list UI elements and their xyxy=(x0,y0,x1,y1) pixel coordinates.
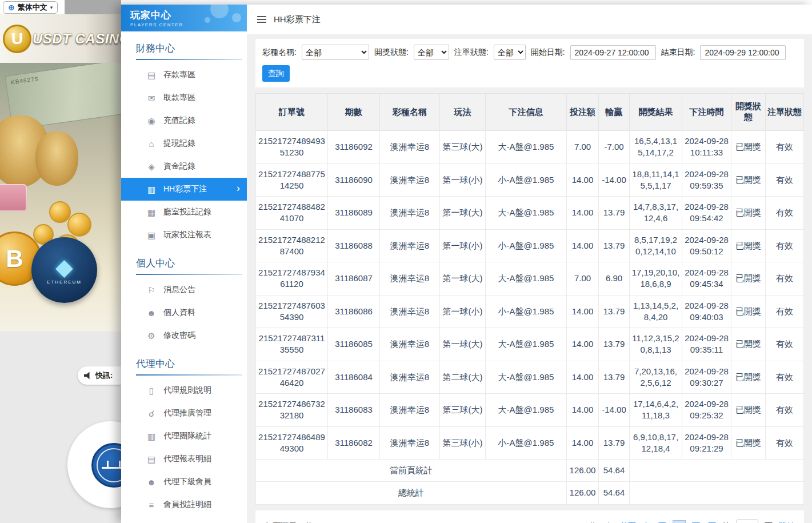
profile-icon: ☻ xyxy=(146,309,157,317)
table-row: 215217274884824107031186089澳洲幸运8第一球(大)大-… xyxy=(256,197,804,230)
sidebar-item[interactable]: ◈資金記錄 xyxy=(121,155,247,178)
cell-period: 31186082 xyxy=(328,426,380,460)
sidebar-item[interactable]: ▤存款專區 xyxy=(121,63,247,86)
cell-draw_status: 已開獎 xyxy=(731,295,766,328)
cell-draw_result: 18,8,11,14,15,5,1,17 xyxy=(630,163,682,197)
column-header-draw_result: 開獎結果 xyxy=(630,94,682,131)
sidebar-item[interactable]: ▣玩家投注報表 xyxy=(121,223,247,246)
cell-order_status: 有效 xyxy=(766,328,804,361)
cell-bet_info: 小-A盤@1.985 xyxy=(486,163,567,197)
cell-bet_amount: 14.00 xyxy=(567,394,599,427)
recharge-record-icon: ◉ xyxy=(146,117,157,125)
cell-play_type: 第二球(大) xyxy=(440,361,486,394)
cell-draw_result: 16,5,4,13,15,14,17,2 xyxy=(630,131,682,164)
cell-win_loss: 13.79 xyxy=(599,328,630,361)
sidebar-item[interactable]: ▥代理團隊統計 xyxy=(121,425,247,448)
jump-prefix-label: 第 xyxy=(722,521,730,523)
sidebar-item-label: 代理報表明細 xyxy=(163,454,211,464)
sidebar-item[interactable]: ▤會員交易明細 xyxy=(121,516,247,523)
end-date-input[interactable] xyxy=(700,45,786,60)
sidebar-section-title: 個人中心 xyxy=(136,257,242,275)
start-date-input[interactable] xyxy=(570,45,656,60)
table-row: 215217274867323218031186083澳洲幸运8第三球(大)大-… xyxy=(256,394,804,427)
cell-bet_info: 小-A盤@1.985 xyxy=(486,426,567,460)
cell-bet_info: 大-A盤@1.985 xyxy=(486,361,567,394)
bet-table-head-row: 訂單號期數彩種名稱玩法下注信息投注額輸贏開獎結果下注時間開獎狀態注單狀態 xyxy=(256,94,804,131)
order-status-filter-label: 注單狀態: xyxy=(454,47,489,58)
agent-promo-icon: ☌ xyxy=(146,409,157,418)
cell-bet_amount: 7.00 xyxy=(567,131,599,164)
first-page-link[interactable]: 首页 xyxy=(620,521,636,523)
sidebar-item-label: 代理團隊統計 xyxy=(163,431,211,441)
language-label: 繁体中文 xyxy=(18,2,47,13)
announcement-icon: ⚐ xyxy=(146,286,157,294)
cell-win_loss: 13.79 xyxy=(599,426,630,460)
sidebar-item[interactable]: ✉取款專區 xyxy=(121,86,247,109)
cell-draw_status: 已開獎 xyxy=(731,131,766,164)
page-jump-input[interactable] xyxy=(737,520,758,523)
sidebar-item[interactable]: ☻個人資料 xyxy=(121,301,247,324)
prev-page-link[interactable]: 上一页 xyxy=(642,521,666,523)
order-status-filter-select[interactable]: 全部 xyxy=(494,45,526,60)
cell-play_type: 第三球(小) xyxy=(440,426,486,460)
sidebar-item[interactable]: ☻代理下級會員 xyxy=(121,470,247,493)
column-header-period: 期數 xyxy=(328,94,380,131)
next-page-link[interactable]: 下一页 xyxy=(692,521,716,523)
total-summary-label: 總統計 xyxy=(256,482,567,504)
column-header-win_loss: 輸贏 xyxy=(599,94,630,131)
cell-order_status: 有效 xyxy=(766,197,804,230)
sidebar-item[interactable]: ⚐消息公告 xyxy=(121,278,247,301)
sidebar-item[interactable]: ⚙修改密碼 xyxy=(121,324,247,347)
language-selector[interactable]: ⊕ 繁体中文 ▾ xyxy=(3,1,58,14)
column-header-order_status: 注單狀態 xyxy=(766,94,804,131)
cell-draw_status: 已開獎 xyxy=(731,262,766,296)
bitcoin-symbol: B xyxy=(6,245,23,273)
sidebar-section-title: 財務中心 xyxy=(136,42,242,60)
player-report-icon: ▣ xyxy=(146,231,157,239)
cell-lottery_name: 澳洲幸运8 xyxy=(380,426,440,460)
sidebar-item[interactable]: ◉充值記錄 xyxy=(121,109,247,132)
cell-order_no: 2152172748949351230 xyxy=(256,131,328,164)
money-bag-graphic xyxy=(35,131,78,186)
menu-toggle-icon[interactable] xyxy=(257,16,266,23)
players-center-panel: 玩家中心 PLAYERS CENTER 財務中心▤存款專區✉取款專區◉充值記錄⌂… xyxy=(121,5,812,523)
sidebar-item[interactable]: ≡會員投註明細 xyxy=(121,493,247,516)
total-summary-row: 總統計 126.00 54.64 xyxy=(256,482,804,504)
cell-period: 31186087 xyxy=(328,262,380,296)
pagination-controls: 共10条 首页 上一页 1 下一页 第 页 跳转 xyxy=(589,520,795,523)
cell-period: 31186084 xyxy=(328,361,380,394)
usdt-coin-icon: U xyxy=(3,25,31,53)
team-logo-icon xyxy=(91,443,121,488)
current-page-number[interactable]: 1 xyxy=(673,520,686,523)
bubble-decoration xyxy=(232,13,241,22)
cell-bet_info: 大-A盤@1.985 xyxy=(486,262,567,296)
draw-status-filter-select[interactable]: 全部 xyxy=(414,45,449,60)
cell-lottery_name: 澳洲幸运8 xyxy=(380,394,440,427)
jump-link[interactable]: 跳转 xyxy=(779,521,795,523)
sidebar-nav: 財務中心▤存款專區✉取款專區◉充值記錄⌂提現記錄◈資金記錄▥HH彩票下注›▦廳室… xyxy=(121,42,247,523)
sidebar-item[interactable]: ▦廳室投註記錄 xyxy=(121,201,247,223)
cell-lottery_name: 澳洲幸运8 xyxy=(380,197,440,230)
topbar: HH彩票下注 xyxy=(247,5,812,34)
sidebar-item[interactable]: ☌代理推廣管理 xyxy=(121,402,247,425)
query-button[interactable]: 查詢 xyxy=(262,65,290,82)
sidebar-item[interactable]: ▥HH彩票下注› xyxy=(121,178,247,201)
table-row: 215217274894935123031186092澳洲幸运8第三球(大)大-… xyxy=(256,131,804,164)
sidebar-item[interactable]: ▤代理報表明細 xyxy=(121,448,247,470)
total-summary-win: 54.64 xyxy=(599,482,630,504)
cell-win_loss: 13.79 xyxy=(599,361,630,394)
cell-bet_time: 2024-09-28 09:21:29 xyxy=(682,426,731,460)
cell-bet_info: 小-A盤@1.985 xyxy=(486,229,567,262)
sidebar-item-label: 提現記錄 xyxy=(163,138,195,149)
filter-card: 彩種名稱: 全部 開獎狀態: 全部 注單狀態: 全部 開始日期: xyxy=(255,39,804,87)
page-summary-row: 當前頁統計 126.00 54.64 xyxy=(256,460,804,482)
lottery-filter-select[interactable]: 全部 xyxy=(302,45,369,60)
cell-draw_result: 8,5,17,19,20,12,14,10 xyxy=(630,229,682,262)
chevron-right-icon: › xyxy=(237,182,240,194)
cell-bet_time: 2024-09-28 10:11:33 xyxy=(682,131,731,164)
sidebar-item[interactable]: ▯代理規則說明 xyxy=(121,379,247,402)
bridge-graphic xyxy=(102,461,121,470)
sidebar-item[interactable]: ⌂提現記錄 xyxy=(121,132,247,155)
table-card: 訂單號期數彩種名稱玩法下注信息投注額輸贏開獎結果下注時間開獎狀態注單狀態 215… xyxy=(255,93,804,505)
table-row: 215217274882128740031186088澳洲幸运8第一球(小)小-… xyxy=(256,229,804,262)
